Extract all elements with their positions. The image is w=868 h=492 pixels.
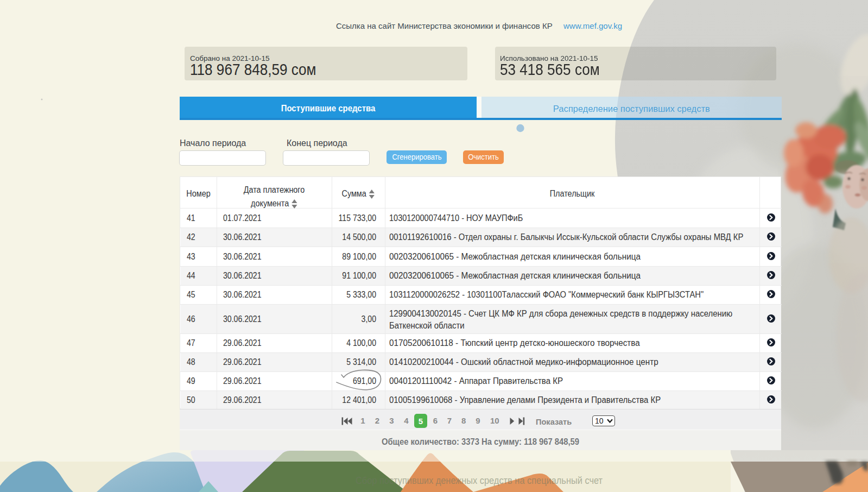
- svg-text:Сбор поступивших денежных сред: Сбор поступивших денежных средств на спе…: [356, 475, 603, 486]
